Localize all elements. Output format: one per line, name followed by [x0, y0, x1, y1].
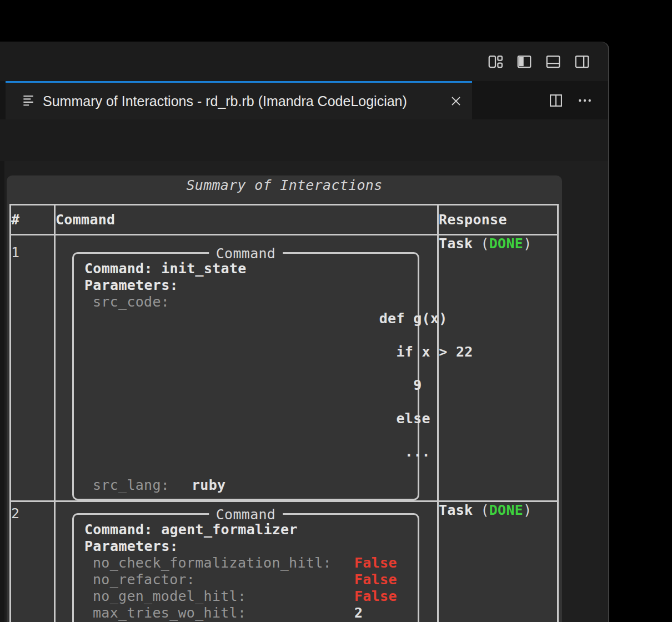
close-icon[interactable]	[447, 92, 465, 111]
params-label: Parameters:	[84, 277, 410, 294]
table-row: 2 Command Command: agent_formalizer Para…	[11, 501, 558, 622]
params-label: Parameters:	[84, 538, 410, 555]
row-index: 1	[11, 235, 55, 501]
layout-controls	[487, 53, 590, 70]
param-row: no_check_formalization_hitl: False	[93, 555, 410, 571]
terminal-title: Summary of Interactions	[7, 177, 562, 194]
param-row: no_refactor: False	[93, 571, 410, 588]
param-row: src_code: def g(x) if x > 22 9 else ...	[93, 294, 410, 477]
header-response: Response	[438, 205, 558, 235]
titlebar	[0, 42, 608, 81]
param-row: max_tries_wo_hitl: 2	[93, 605, 410, 621]
response-paren-close: )	[523, 235, 531, 252]
param-name: src_code:	[93, 294, 192, 310]
response-paren-open: (	[480, 235, 489, 252]
summary-terminal-panel: Summary of Interactions # Command Respon…	[7, 175, 562, 622]
toggle-secondary-sidebar-icon[interactable]	[574, 53, 590, 70]
param-value: 2	[354, 605, 363, 621]
file-lines-icon	[21, 93, 36, 109]
tab-bar: Summary of Interactions - rd_rb.rb (Iman…	[0, 81, 608, 119]
response-cell: Task(DONE)	[438, 501, 558, 622]
toggle-primary-sidebar-icon[interactable]	[516, 53, 533, 70]
row-index: 2	[11, 501, 55, 622]
response-paren-open: (	[480, 502, 489, 518]
table-header-row: # Command Response	[11, 205, 558, 235]
editor-area: Summary of Interactions # Command Respon…	[0, 161, 608, 622]
command-panel-title: Command	[209, 506, 283, 523]
param-row: no_gen_model_hitl: False	[93, 588, 410, 605]
tab-title: Summary of Interactions - rd_rb.rb (Iman…	[43, 93, 439, 109]
toggle-panel-icon[interactable]	[545, 53, 561, 70]
param-name: max_tries_wo_hitl:	[93, 605, 354, 621]
tab-summary-of-interactions[interactable]: Summary of Interactions - rd_rb.rb (Iman…	[6, 81, 472, 119]
response-status-done: DONE	[489, 502, 523, 518]
header-num: #	[11, 205, 55, 235]
response-paren-close: )	[523, 502, 531, 518]
command-panel-title: Command	[209, 245, 283, 262]
param-name: no_check_formalization_hitl:	[93, 555, 354, 571]
response-task: Task	[439, 502, 473, 518]
param-value-code: def g(x) if x > 22 9 else ...	[192, 294, 473, 477]
customize-layout-icon[interactable]	[487, 53, 504, 70]
header-command: Command	[55, 205, 438, 235]
param-name: no_gen_model_hitl:	[93, 588, 354, 605]
split-editor-icon[interactable]	[548, 93, 564, 108]
command-panel: Command Command: agent_formalizer Parame…	[72, 513, 419, 622]
command-panel: Command Command: init_state Parameters: …	[72, 252, 419, 500]
response-task: Task	[439, 235, 473, 252]
command-line: Command: init_state	[84, 260, 410, 277]
editor-left-strip	[0, 161, 4, 622]
vscode-window: Summary of Interactions - rd_rb.rb (Iman…	[0, 42, 609, 622]
param-value: False	[354, 588, 397, 605]
param-value: False	[354, 571, 397, 588]
table-row: 1 Command Command: init_state Parameters…	[11, 235, 558, 501]
interactions-table: # Command Response 1 Command Command: in…	[9, 204, 559, 622]
more-actions-icon[interactable]	[577, 93, 593, 108]
param-row: src_lang: ruby	[93, 477, 410, 494]
response-status-done: DONE	[489, 235, 523, 252]
param-value: ruby	[192, 477, 225, 494]
param-name: src_lang:	[93, 477, 192, 494]
param-name: no_refactor:	[93, 571, 354, 588]
editor-actions	[548, 81, 593, 119]
command-line: Command: agent_formalizer	[84, 521, 410, 538]
param-value: False	[354, 555, 397, 571]
